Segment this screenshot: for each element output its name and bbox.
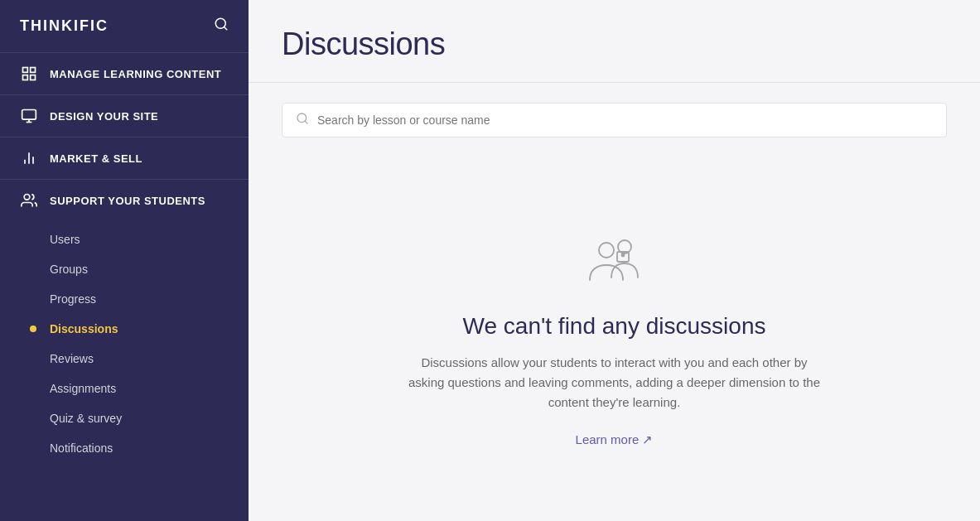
svg-rect-5 <box>31 75 36 80</box>
chart-icon <box>20 149 38 167</box>
grid-icon <box>20 65 38 83</box>
sidebar-item-manage-learning-content[interactable]: MANAGE LEARNING CONTENT <box>0 53 249 94</box>
assignments-label: Assignments <box>50 382 116 395</box>
search-bar <box>282 103 947 137</box>
main-header: Discussions <box>249 0 980 83</box>
manage-learning-content-label: MANAGE LEARNING CONTENT <box>50 68 221 80</box>
sidebar-header: THINKIFIC <box>0 0 249 52</box>
svg-point-18 <box>621 253 624 256</box>
sidebar-item-groups[interactable]: Groups <box>0 254 249 284</box>
sidebar-item-discussions[interactable]: Discussions <box>0 314 249 344</box>
market-and-sell-label: MARKET & SELL <box>50 152 142 165</box>
design-your-site-label: DESIGN YOUR SITE <box>50 110 158 123</box>
logo: THINKIFIC <box>20 17 109 35</box>
sidebar-item-notifications[interactable]: Notifications <box>0 433 249 463</box>
search-input[interactable] <box>317 113 933 127</box>
groups-label: Groups <box>50 263 88 276</box>
svg-rect-6 <box>22 110 36 120</box>
users-label: Users <box>50 233 80 246</box>
svg-point-12 <box>24 195 30 200</box>
sidebar-item-progress[interactable]: Progress <box>0 284 249 314</box>
sidebar-item-users[interactable]: Users <box>0 224 249 254</box>
progress-label: Progress <box>50 292 96 306</box>
svg-rect-4 <box>23 75 28 80</box>
users-icon <box>20 191 38 210</box>
support-your-students-label: SUPPORT YOUR STUDENTS <box>50 195 205 207</box>
discussions-empty-icon <box>582 232 648 293</box>
main-content: Discussions <box>249 0 980 521</box>
search-icon <box>296 112 309 128</box>
sidebar-item-design-your-site[interactable]: DESIGN YOUR SITE <box>0 95 249 137</box>
reviews-label: Reviews <box>50 352 94 365</box>
svg-line-1 <box>224 27 226 29</box>
empty-state-description: Discussions allow your students to inter… <box>408 353 822 412</box>
notifications-label: Notifications <box>50 441 113 455</box>
empty-state-title: We can't find any discussions <box>463 313 766 340</box>
page-title: Discussions <box>282 27 947 62</box>
support-sub-nav: Users Groups Progress Discussions Review… <box>0 221 249 470</box>
sidebar-item-reviews[interactable]: Reviews <box>0 344 249 374</box>
empty-state: We can't find any discussions Discussion… <box>249 157 980 521</box>
search-icon[interactable] <box>214 17 229 36</box>
search-bar-container <box>249 83 980 157</box>
quiz-survey-label: Quiz & survey <box>50 412 122 425</box>
svg-line-14 <box>305 121 307 123</box>
learn-more-link[interactable]: Learn more ↗ <box>576 432 654 447</box>
design-icon <box>20 107 38 125</box>
svg-rect-3 <box>31 68 36 73</box>
sidebar-item-market-and-sell[interactable]: MARKET & SELL <box>0 137 249 179</box>
svg-rect-2 <box>23 68 28 73</box>
sidebar-item-assignments[interactable]: Assignments <box>0 374 249 403</box>
sidebar-item-support-your-students[interactable]: SUPPORT YOUR STUDENTS <box>0 180 249 221</box>
discussions-label: Discussions <box>50 322 118 335</box>
sidebar: THINKIFIC MANAGE LEARNING CONTENT DESIGN… <box>0 0 249 521</box>
svg-point-16 <box>599 243 614 258</box>
sidebar-item-quiz-survey[interactable]: Quiz & survey <box>0 403 249 433</box>
